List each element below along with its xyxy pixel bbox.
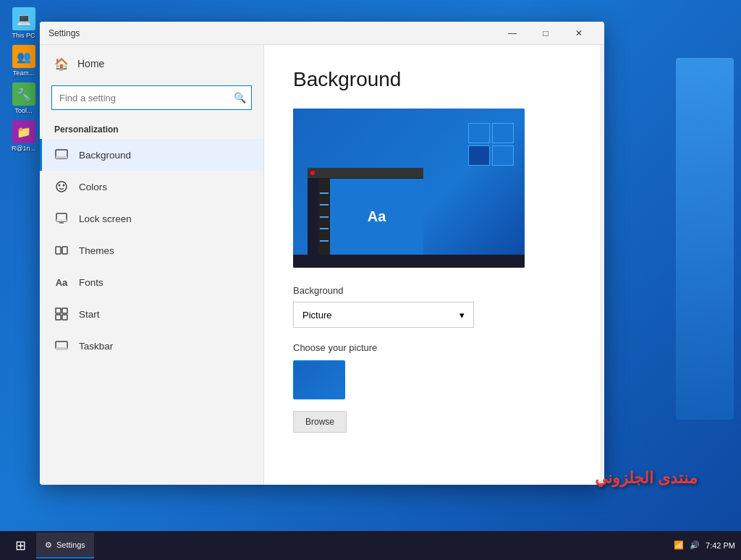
desktop-icon-thispc[interactable]: 💻 This PC xyxy=(7,7,40,39)
desktop-icons: 💻 This PC 👥 Team... 🔧 Tool... 📁 R@1n... xyxy=(7,7,40,152)
right-panel-decoration xyxy=(676,58,734,420)
search-input[interactable] xyxy=(51,85,252,110)
background-preview: Aa xyxy=(293,109,525,268)
search-box: 🔍 xyxy=(51,85,252,110)
sidebar-label-lock-screen: Lock screen xyxy=(79,213,132,224)
sidebar-section-label: Personalization xyxy=(40,119,263,139)
svg-rect-9 xyxy=(62,247,67,254)
lock-screen-icon xyxy=(54,211,69,226)
svg-rect-12 xyxy=(56,315,61,320)
preview-taskbar xyxy=(293,255,525,268)
preview-tiles xyxy=(468,123,514,166)
maximize-button[interactable]: □ xyxy=(529,22,562,45)
preview-aa-text: Aa xyxy=(368,208,386,225)
picture-thumb-1[interactable] xyxy=(293,360,345,399)
sidebar-item-themes[interactable]: Themes xyxy=(40,234,263,266)
svg-point-3 xyxy=(59,184,61,187)
browse-button[interactable]: Browse xyxy=(293,411,347,433)
sidebar-item-colors[interactable]: Colors xyxy=(40,171,263,203)
preview-window-inner: Aa xyxy=(318,179,423,255)
scrollbar-track[interactable] xyxy=(600,45,604,485)
taskbar-settings-icon: ⚙ xyxy=(45,540,52,550)
desktop-icon-team[interactable]: 👥 Team... xyxy=(7,45,40,77)
close-button[interactable]: ✕ xyxy=(562,22,596,45)
page-title: Background xyxy=(293,68,575,91)
home-icon: 🏠 xyxy=(54,56,69,71)
tray-volume-icon: 🔊 xyxy=(690,540,700,550)
taskbar-clock[interactable]: 7:42 PM xyxy=(706,540,735,551)
preview-desktop: Aa xyxy=(293,109,525,268)
taskbar-settings-item[interactable]: ⚙ Settings xyxy=(36,533,94,559)
taskbar-tray: 📶 🔊 7:42 PM xyxy=(674,540,735,551)
sidebar-label-themes: Themes xyxy=(79,245,114,256)
sidebar-item-background[interactable]: Background xyxy=(40,139,263,171)
sidebar: 🏠 Home 🔍 Personalization Background xyxy=(40,45,264,485)
background-dropdown-label: Background xyxy=(293,285,575,296)
dropdown-arrow-icon: ▾ xyxy=(460,310,465,321)
background-icon xyxy=(54,148,69,162)
fonts-icon: Aa xyxy=(54,275,69,289)
minimize-button[interactable]: — xyxy=(496,22,529,45)
choose-picture-label: Choose your picture xyxy=(293,342,575,353)
title-bar: Settings — □ ✕ xyxy=(40,22,604,45)
tray-network-icon: 📶 xyxy=(674,540,684,550)
main-content: Background xyxy=(264,45,604,485)
window-body: 🏠 Home 🔍 Personalization Background xyxy=(40,45,604,485)
taskbar-icon xyxy=(54,339,69,353)
sidebar-label-colors: Colors xyxy=(79,182,107,192)
home-label: Home xyxy=(77,58,104,69)
svg-rect-11 xyxy=(62,308,67,313)
sidebar-item-home[interactable]: 🏠 Home xyxy=(40,45,263,82)
start-button[interactable]: ⊞ xyxy=(6,531,35,560)
sidebar-item-taskbar[interactable]: Taskbar xyxy=(40,330,263,362)
picture-options xyxy=(293,360,575,399)
svg-rect-1 xyxy=(56,156,67,158)
taskbar-time-display: 7:42 PM xyxy=(706,540,735,551)
sidebar-item-lock-screen[interactable]: Lock screen xyxy=(40,203,263,234)
desktop-icon-tool[interactable]: 🔧 Tool... xyxy=(7,82,40,114)
window-title: Settings xyxy=(48,28,496,38)
svg-rect-6 xyxy=(56,219,67,221)
sidebar-label-taskbar: Taskbar xyxy=(79,341,113,352)
svg-point-4 xyxy=(63,184,65,187)
settings-window: Settings — □ ✕ 🏠 Home 🔍 Personalization xyxy=(40,22,604,485)
colors-icon xyxy=(54,179,69,194)
taskbar: ⊞ ⚙ Settings 📶 🔊 7:42 PM xyxy=(0,531,741,560)
sidebar-label-start: Start xyxy=(79,309,100,320)
svg-point-2 xyxy=(56,182,67,192)
sidebar-item-fonts[interactable]: Aa Fonts xyxy=(40,266,263,298)
taskbar-settings-label: Settings xyxy=(56,540,85,549)
search-icon: 🔍 xyxy=(234,92,246,103)
start-icon xyxy=(54,307,69,321)
background-dropdown[interactable]: Picture ▾ xyxy=(293,302,474,328)
sidebar-item-start[interactable]: Start xyxy=(40,298,263,330)
dropdown-value: Picture xyxy=(302,310,331,321)
svg-rect-8 xyxy=(56,247,61,254)
themes-icon xyxy=(54,243,69,258)
svg-rect-13 xyxy=(62,315,67,320)
svg-rect-10 xyxy=(56,308,61,313)
sidebar-label-background: Background xyxy=(79,150,131,161)
svg-rect-7 xyxy=(59,222,64,224)
desktop-icon-r1n[interactable]: 📁 R@1n... xyxy=(7,120,40,152)
svg-rect-15 xyxy=(56,347,67,350)
window-controls: — □ ✕ xyxy=(496,22,596,45)
preview-window: Aa xyxy=(308,168,423,255)
sidebar-label-fonts: Fonts xyxy=(79,277,103,288)
